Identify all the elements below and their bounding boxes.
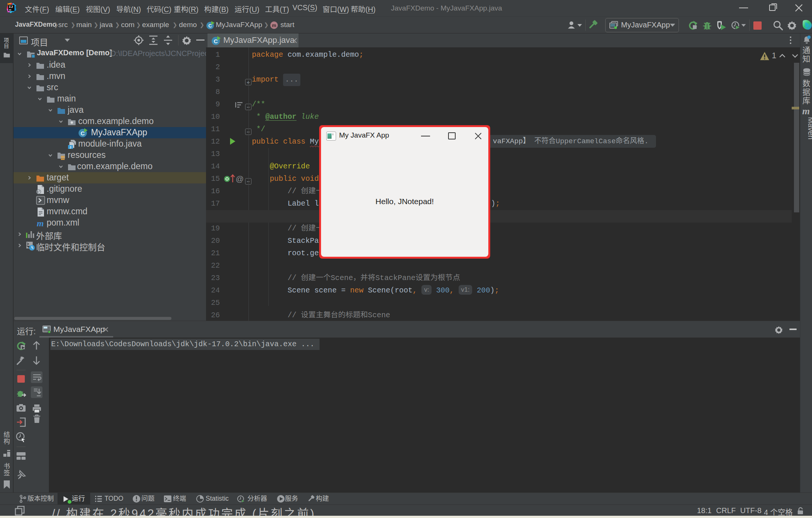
svg-text:C: C xyxy=(214,38,218,44)
svg-text:m: m xyxy=(37,218,44,228)
svg-text:m: m xyxy=(272,23,276,28)
svg-text:C: C xyxy=(81,130,85,136)
svg-text:J: J xyxy=(69,145,71,149)
svg-text:IJ: IJ xyxy=(9,5,13,9)
